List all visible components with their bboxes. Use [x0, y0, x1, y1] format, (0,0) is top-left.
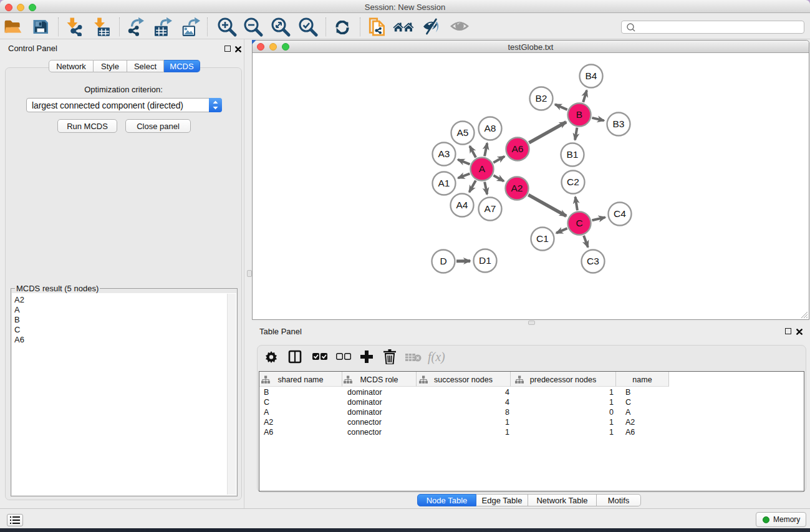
- svg-text:A6: A6: [512, 143, 524, 154]
- svg-text:C: C: [576, 218, 582, 228]
- svg-text:C4: C4: [614, 208, 626, 219]
- svg-text:A1: A1: [438, 178, 450, 188]
- svg-text:A3: A3: [438, 148, 450, 159]
- svg-text:A4: A4: [456, 200, 468, 210]
- svg-text:B1: B1: [567, 149, 579, 160]
- svg-text:D: D: [440, 256, 446, 266]
- svg-text:C1: C1: [536, 233, 549, 244]
- svg-text:B3: B3: [613, 118, 625, 129]
- svg-text:A7: A7: [485, 203, 496, 214]
- svg-text:A8: A8: [485, 123, 496, 133]
- svg-text:B4: B4: [586, 70, 597, 81]
- svg-text:C3: C3: [587, 256, 599, 266]
- svg-text:C2: C2: [567, 177, 579, 187]
- svg-text:A5: A5: [457, 127, 469, 138]
- svg-text:A: A: [479, 163, 486, 174]
- svg-text:B: B: [576, 109, 582, 120]
- svg-text:D1: D1: [479, 255, 491, 266]
- svg-text:B2: B2: [536, 93, 547, 104]
- svg-text:A2: A2: [511, 183, 523, 193]
